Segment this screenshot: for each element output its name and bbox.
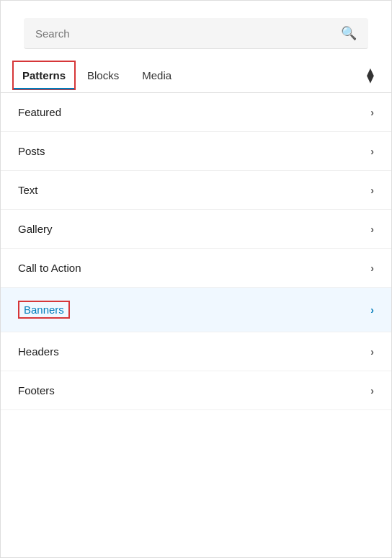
chevron-gallery: › <box>370 223 374 235</box>
list-item-headers[interactable]: Headers › <box>1 332 391 371</box>
item-label-call-to-action: Call to Action <box>18 262 81 274</box>
list-item-featured[interactable]: Featured › <box>1 93 391 132</box>
item-label-posts: Posts <box>18 145 45 157</box>
chevron-headers: › <box>370 346 374 358</box>
list-item-call-to-action[interactable]: Call to Action › <box>1 249 391 288</box>
item-label-text: Text <box>18 184 38 196</box>
chevron-call-to-action: › <box>370 262 374 274</box>
tab-media[interactable]: Media <box>130 61 183 90</box>
search-bar[interactable]: 🔍 <box>24 18 368 49</box>
list-item-footers[interactable]: Footers › <box>1 371 391 410</box>
chevron-featured: › <box>370 107 374 118</box>
item-label-headers: Headers <box>18 345 59 358</box>
tab-patterns[interactable]: Patterns <box>12 61 76 90</box>
chevron-text: › <box>370 185 374 196</box>
chevron-banners: › <box>370 304 374 316</box>
item-label-featured: Featured <box>18 106 61 118</box>
list-item-posts[interactable]: Posts › <box>1 132 391 171</box>
main-panel: 🔍 Patterns Blocks Media ⧫ Featured › Pos… <box>0 0 392 558</box>
list-item-gallery[interactable]: Gallery › <box>1 210 391 249</box>
search-input[interactable] <box>35 27 341 40</box>
list-item-banners[interactable]: Banners › <box>1 288 391 332</box>
chevron-footers: › <box>370 385 374 397</box>
tab-bar: Patterns Blocks Media ⧫ <box>1 58 391 93</box>
item-label-banners: Banners <box>18 301 70 319</box>
search-icon: 🔍 <box>341 25 357 41</box>
chevron-posts: › <box>370 146 374 157</box>
item-label-footers: Footers <box>18 384 55 397</box>
pattern-list: Featured › Posts › Text › Gallery › Call… <box>1 93 391 557</box>
list-item-text[interactable]: Text › <box>1 171 391 210</box>
tab-blocks[interactable]: Blocks <box>76 61 130 90</box>
item-label-gallery: Gallery <box>18 223 53 235</box>
tab-icon[interactable]: ⧫ <box>361 58 380 92</box>
